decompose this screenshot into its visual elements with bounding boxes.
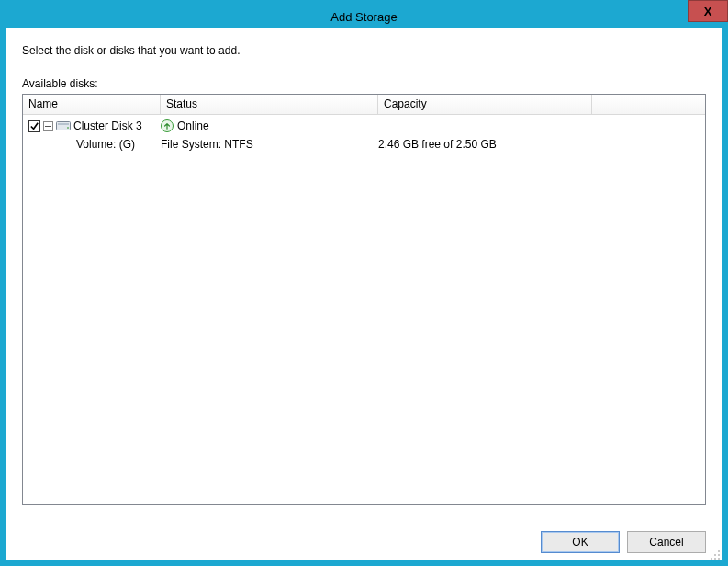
table-row[interactable]: Volume: (G) File System: NTFS 2.46 GB fr… bbox=[23, 135, 705, 153]
cell-status: Online bbox=[161, 119, 378, 132]
column-header-status[interactable]: Status bbox=[161, 95, 378, 114]
disk-icon bbox=[56, 119, 71, 132]
content-area: Select the disk or disks that you want t… bbox=[6, 28, 722, 518]
svg-rect-2 bbox=[58, 123, 69, 125]
row-checkbox[interactable] bbox=[28, 120, 40, 132]
svg-point-8 bbox=[714, 558, 716, 560]
svg-point-7 bbox=[711, 558, 712, 560]
tree-collapse-toggle[interactable] bbox=[43, 121, 53, 131]
svg-rect-1 bbox=[57, 122, 71, 130]
dialog-window: Add Storage X Select the disk or disks t… bbox=[0, 0, 728, 566]
table-row[interactable]: Cluster Disk 3 Online bbox=[23, 117, 705, 135]
volume-name: Volume: (G) bbox=[28, 138, 161, 151]
resize-grip-icon bbox=[710, 549, 721, 560]
instruction-text: Select the disk or disks that you want t… bbox=[22, 44, 706, 57]
title-bar[interactable]: Add Storage X bbox=[6, 6, 722, 28]
svg-point-4 bbox=[718, 550, 720, 552]
column-header-capacity[interactable]: Capacity bbox=[378, 95, 592, 114]
window-title: Add Storage bbox=[330, 10, 397, 24]
ok-button[interactable]: OK bbox=[541, 531, 620, 553]
svg-point-6 bbox=[718, 554, 720, 556]
cell-name: Cluster Disk 3 bbox=[28, 119, 161, 132]
close-icon: X bbox=[704, 5, 712, 18]
svg-point-3 bbox=[67, 127, 69, 129]
list-label: Available disks: bbox=[22, 77, 706, 90]
svg-point-9 bbox=[718, 558, 720, 560]
cancel-button[interactable]: Cancel bbox=[627, 531, 706, 553]
volume-status: File System: NTFS bbox=[161, 138, 378, 151]
column-headers: Name Status Capacity bbox=[23, 95, 705, 115]
online-status-icon bbox=[161, 119, 174, 132]
resize-grip[interactable] bbox=[710, 548, 721, 559]
checkmark-icon bbox=[29, 121, 39, 131]
list-body: Cluster Disk 3 Online Volume: (G) File S… bbox=[23, 115, 705, 504]
column-header-spacer[interactable] bbox=[592, 95, 705, 114]
minus-icon bbox=[44, 122, 52, 130]
close-button[interactable]: X bbox=[688, 0, 728, 22]
disk-name: Cluster Disk 3 bbox=[73, 119, 142, 132]
column-header-name[interactable]: Name bbox=[23, 95, 161, 114]
svg-point-5 bbox=[714, 554, 716, 556]
dialog-footer: OK Cancel bbox=[6, 518, 722, 560]
disk-status: Online bbox=[177, 119, 209, 132]
disk-list[interactable]: Name Status Capacity bbox=[22, 94, 706, 505]
volume-capacity: 2.46 GB free of 2.50 GB bbox=[378, 138, 592, 151]
